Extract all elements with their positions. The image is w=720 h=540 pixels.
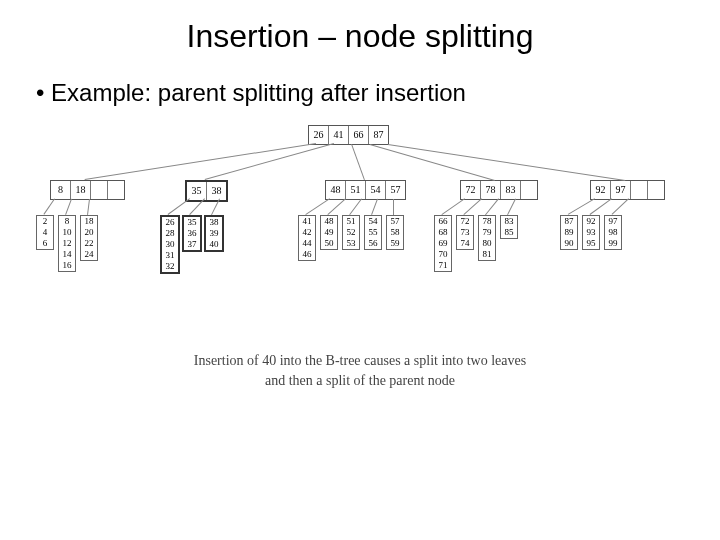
connector-line: [349, 198, 362, 215]
leaf-node: 515253: [342, 215, 360, 250]
leaf-node: 929395: [582, 215, 600, 250]
leaf-node: 78798081: [478, 215, 496, 261]
leaf-node: 18202224: [80, 215, 98, 261]
connector-line: [327, 198, 346, 215]
connector-line: [87, 199, 90, 215]
connector-line: [463, 198, 482, 215]
connector-line: [167, 198, 190, 215]
leaf-node: 484950: [320, 215, 338, 250]
connector-line: [205, 143, 334, 180]
leaf-node: 2628303132: [160, 215, 180, 274]
internal-node: 727883: [460, 180, 538, 200]
connector-line: [441, 198, 465, 215]
caption-line: Insertion of 40 into the B-tree causes a…: [194, 353, 526, 368]
connector-line: [65, 199, 72, 215]
connector-line: [351, 144, 365, 180]
leaf-node: 353637: [182, 215, 202, 252]
connector-line: [393, 199, 394, 215]
leaf-node: 41424446: [298, 215, 316, 261]
leaf-node: 8385: [500, 215, 518, 239]
root-node: 26416687: [308, 125, 389, 145]
internal-node: 3538: [185, 180, 228, 202]
leaf-node: 6668697071: [434, 215, 452, 272]
connector-line: [507, 199, 516, 215]
connector-line: [370, 144, 495, 181]
leaf-node: 545556: [364, 215, 382, 250]
leaf-node: 878990: [560, 215, 578, 250]
page-title: Insertion – node splitting: [30, 18, 690, 55]
btree-figure: 26416687818 353848515457727883 9297 2468…: [30, 125, 690, 345]
leaf-node: 246: [36, 215, 54, 250]
leaf-node: 575859: [386, 215, 404, 250]
figure-caption: Insertion of 40 into the B-tree causes a…: [30, 351, 690, 390]
internal-node: 818: [50, 180, 125, 200]
connector-line: [388, 144, 625, 181]
connector-line: [43, 198, 55, 215]
leaf-node: 727374: [456, 215, 474, 250]
connector-line: [611, 198, 629, 215]
connector-line: [371, 199, 378, 215]
connector-line: [85, 143, 316, 180]
internal-node: 48515457: [325, 180, 406, 200]
leaf-node: 979899: [604, 215, 622, 250]
leaf-node: 383940: [204, 215, 224, 252]
connector-line: [589, 198, 612, 215]
connector-line: [305, 198, 330, 215]
leaf-node: 810121416: [58, 215, 76, 272]
internal-node: 9297: [590, 180, 665, 200]
connector-line: [485, 198, 499, 215]
bullet-text: Example: parent splitting after insertio…: [36, 79, 690, 107]
caption-line: and then a split of the parent node: [265, 373, 455, 388]
